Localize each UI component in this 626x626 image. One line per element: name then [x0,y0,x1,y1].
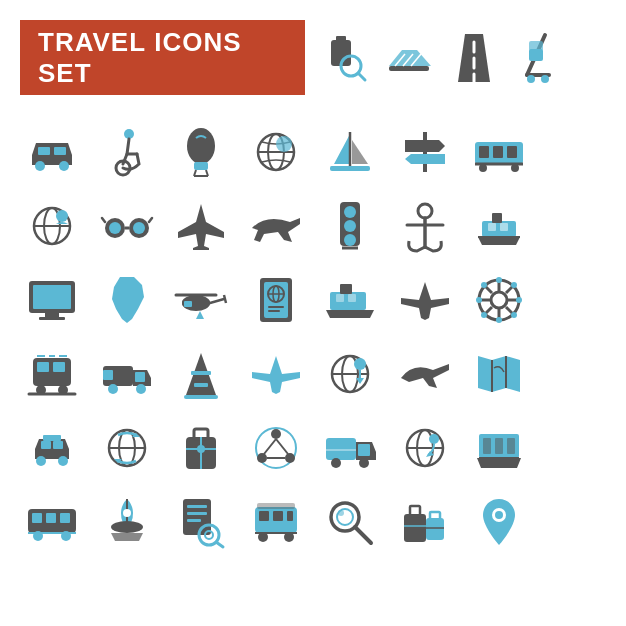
svg-rect-125 [135,372,145,382]
svg-rect-145 [53,441,63,449]
svg-rect-193 [187,505,207,508]
svg-point-127 [136,384,146,394]
bus-icon-cell [15,485,89,559]
svg-rect-130 [184,395,218,399]
svg-point-126 [108,384,118,394]
empty-r1c8 [537,115,611,189]
svg-rect-195 [187,519,201,522]
svg-point-143 [58,456,68,466]
svg-rect-177 [507,438,515,454]
empty-r5c8 [537,411,611,485]
tram-icon-cell [15,337,89,411]
header-section: TRAVEL ICONS SET [0,0,626,105]
svg-rect-184 [60,513,70,523]
passport-icon-cell [239,263,313,337]
svg-rect-175 [483,438,491,454]
svg-point-63 [344,234,356,246]
africa-map-icon-cell [90,263,164,337]
svg-rect-192 [183,499,211,535]
svg-marker-69 [478,237,520,245]
svg-marker-36 [352,140,368,164]
sailboat-icon-cell [313,115,387,189]
svg-rect-144 [41,441,51,449]
svg-marker-83 [196,311,204,319]
airplane-side-icon-cell [239,189,313,263]
balloon-icon-cell [164,115,238,189]
svg-point-158 [271,429,281,439]
empty-r3c8 [537,263,611,337]
sunglasses-icon-cell [90,189,164,263]
svg-rect-22 [38,147,50,155]
page-title: TRAVEL ICONS SET [38,27,287,89]
svg-rect-18 [529,41,543,51]
svg-rect-117 [53,362,65,372]
svg-rect-23 [54,147,66,155]
svg-rect-95 [336,294,344,302]
svg-rect-128 [103,370,113,380]
svg-line-56 [102,218,105,222]
bus2-icon-cell [239,485,313,559]
svg-marker-41 [405,154,445,164]
svg-rect-45 [507,146,517,158]
globe-pin-icon-cell [313,337,387,411]
map-icon-cell [462,337,536,411]
svg-point-166 [331,458,341,468]
svg-point-107 [496,277,502,283]
svg-point-26 [187,128,215,164]
svg-point-167 [359,458,369,468]
ship-container-icon-cell [462,411,536,485]
freight-icon-cell [462,115,536,189]
svg-rect-132 [194,383,208,387]
luggage-bag-icon-cell [164,411,238,485]
wheelchair-icon-cell [90,115,164,189]
ship-fancy-icon-cell [90,485,164,559]
svg-point-156 [197,445,205,453]
svg-rect-4 [389,66,429,71]
globe-network-icon-cell [239,411,313,485]
svg-rect-43 [479,146,489,158]
truck-icon-cell [90,337,164,411]
svg-marker-40 [405,140,445,152]
svg-point-159 [257,453,267,463]
svg-point-58 [109,222,121,234]
taxi-icon-cell [15,411,89,485]
svg-point-59 [133,222,145,234]
svg-line-81 [210,299,224,303]
title-word1: TRAVEL [38,27,146,57]
svg-rect-90 [268,306,284,308]
svg-line-82 [224,295,226,303]
svg-rect-68 [482,221,516,237]
svg-point-15 [527,75,535,83]
svg-rect-194 [187,512,207,515]
page: TRAVEL ICONS SET [0,0,626,626]
svg-line-208 [355,527,371,543]
empty-r4c8 [537,337,611,411]
road-icon [453,34,495,82]
svg-point-210 [338,510,344,516]
svg-rect-71 [488,223,496,231]
svg-point-65 [418,204,432,218]
globe-arrows-icon-cell [90,411,164,485]
svg-point-114 [481,312,487,318]
escalator-icon [387,36,431,80]
svg-point-62 [344,220,356,232]
ship-wheel-icon-cell [462,263,536,337]
globe-location-icon-cell [388,411,462,485]
svg-rect-86 [264,282,288,318]
icons-grid [0,105,626,569]
svg-point-52 [56,210,68,222]
traffic-cone-icon-cell [164,337,238,411]
svg-rect-176 [495,438,503,454]
svg-point-20 [35,161,45,171]
airplane-front-icon-cell [164,189,238,263]
svg-point-108 [496,317,502,323]
header-icons-row [323,32,555,84]
svg-point-191 [123,509,131,517]
svg-rect-211 [404,514,426,542]
globe-icon-cell [239,115,313,189]
svg-rect-76 [45,313,59,317]
svg-rect-70 [492,213,502,223]
svg-line-162 [276,439,288,454]
svg-point-111 [481,282,487,288]
svg-rect-1 [336,36,346,42]
